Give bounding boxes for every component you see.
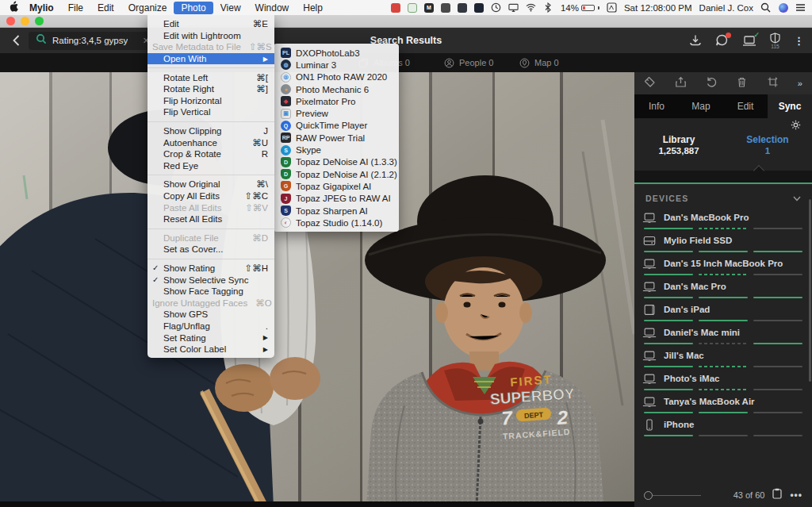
airplay-icon[interactable]	[508, 2, 519, 13]
open-with-item-pixelmator-pro[interactable]: ◆Pixelmator Pro	[274, 95, 399, 107]
menu-item-copy-all-edits[interactable]: Copy All Edits⇧⌘C	[147, 190, 274, 202]
thumbnail-size-slider[interactable]	[644, 490, 701, 500]
toolbar-more-icon[interactable]: ⋮	[794, 39, 804, 43]
wifi-icon[interactable]	[526, 2, 536, 13]
status-app-icon-4[interactable]	[441, 3, 450, 13]
sidebar-scrollbar[interactable]	[809, 199, 811, 382]
menu-item-rotate-right[interactable]: Rotate Right⌘]	[147, 83, 274, 95]
close-window-button[interactable]	[6, 17, 15, 25]
menu-item-set-as-cover[interactable]: Set as Cover...	[147, 244, 274, 255]
menu-item-flip-vertical[interactable]: Flip Vertical	[147, 106, 274, 118]
menu-item-open-with[interactable]: Open With▶	[147, 53, 274, 65]
trash-icon[interactable]	[736, 76, 748, 91]
menu-item-edit-with-lightroom[interactable]: Edit with Lightroom	[147, 30, 274, 42]
menubar-item-file[interactable]: File	[61, 2, 90, 14]
sidebar-tab-edit[interactable]: Edit	[723, 94, 768, 118]
menu-item-show-clipping[interactable]: Show ClippingJ	[147, 125, 274, 137]
open-with-item-topaz-gigapixel-ai[interactable]: GTopaz Gigapixel AI	[274, 180, 399, 192]
clipboard-icon[interactable]	[772, 488, 782, 502]
siri-icon[interactable]	[778, 2, 788, 13]
sidebar-tab-info[interactable]: Info	[634, 94, 679, 118]
open-with-item-topaz-jpeg-to-raw-ai[interactable]: JTopaz JPEG to RAW AI	[274, 193, 399, 205]
menu-item-show-face-tagging[interactable]: Show Face Tagging	[147, 286, 274, 298]
menubar-item-organize[interactable]: Organize	[121, 2, 174, 14]
share-icon[interactable]	[675, 76, 687, 91]
devices-status-icon[interactable]: ✓	[742, 35, 756, 47]
device-row-dan-s-15-inch-macbook-pro[interactable]: Dan's 15 Inch MacBook Pro	[634, 252, 812, 275]
battery-indicator[interactable]: 14%	[561, 3, 599, 13]
device-row-dan-s-macbook-pro[interactable]: Dan's MacBook Pro	[634, 206, 812, 229]
tab-map-0[interactable]: Map 0	[519, 53, 559, 72]
device-row-photo-s-imac[interactable]: Photo's iMac	[634, 367, 812, 390]
menubar-clock[interactable]: Sat 12:08:00 PM	[624, 3, 692, 13]
device-row-daniel-s-mac-mini[interactable]: Daniel's Mac mini	[634, 321, 812, 344]
menu-item-show-selective-sync[interactable]: ✓Show Selective Sync	[147, 274, 274, 286]
menu-item-show-original[interactable]: Show Original⌘\	[147, 179, 274, 190]
device-row-jill-s-mac[interactable]: Jill's Mac	[634, 344, 812, 367]
selection-toggle[interactable]: Selection 1	[723, 134, 812, 166]
sync-settings-gear-icon[interactable]	[791, 119, 801, 133]
open-with-item-luminar-3[interactable]: ◍Luminar 3	[274, 59, 399, 71]
menu-item-rotate-left[interactable]: Rotate Left⌘[	[147, 71, 274, 83]
status-app-icon-6[interactable]	[474, 3, 484, 13]
menu-item-show-rating[interactable]: ✓Show Rating⇧⌘H	[147, 263, 274, 275]
device-row-dan-s-ipad[interactable]: Dan's iPad	[634, 298, 812, 321]
sidebar-tab-sync[interactable]: Sync	[768, 94, 812, 118]
menu-item-set-color-label[interactable]: Set Color Label▶	[147, 344, 274, 355]
open-with-item-quicktime-player[interactable]: QQuickTime Player	[274, 120, 399, 132]
menu-item-autoenhance[interactable]: Autoenhance⌘U	[147, 136, 274, 148]
expand-panel-icon[interactable]: »	[798, 79, 802, 88]
device-row-dan-s-mac-pro[interactable]: Dan's Mac Pro	[634, 275, 812, 298]
input-source-icon[interactable]	[607, 2, 617, 13]
open-with-item-preview[interactable]: ▣Preview	[274, 107, 399, 119]
menu-item-edit[interactable]: Edit⌘E	[147, 18, 274, 30]
spotlight-icon[interactable]	[760, 2, 771, 13]
menubar-user[interactable]: Daniel J. Cox	[699, 3, 753, 13]
menu-item-red-eye[interactable]: Red Eye	[147, 160, 274, 172]
menubar-item-view[interactable]: View	[213, 2, 248, 14]
open-with-item-on1-photo-raw-2020[interactable]: ◎ON1 Photo RAW 2020	[274, 71, 399, 83]
sidebar-tab-map[interactable]: Map	[679, 94, 723, 118]
search-input[interactable]: Rating:3,4,5 gypsy ✕	[29, 32, 157, 50]
menubar-item-edit[interactable]: Edit	[90, 2, 121, 14]
open-with-item-topaz-studio-1-14-0[interactable]: ◐Topaz Studio (1.14.0)	[274, 217, 399, 229]
menu-item-crop-rotate[interactable]: Crop & RotateR	[147, 148, 274, 160]
menubar-app-name[interactable]: Mylio	[22, 2, 61, 14]
open-with-item-topaz-denoise-ai-2-1-2[interactable]: DTopaz DeNoise AI (2.1.2)	[274, 168, 399, 180]
notifications-icon[interactable]	[715, 34, 729, 47]
menubar-item-window[interactable]: Window	[248, 2, 297, 14]
open-with-item-skype[interactable]: SSkype	[274, 144, 399, 156]
device-row-tanya-s-macbook-air[interactable]: Tanya's MacBook Air	[634, 390, 812, 413]
tag-icon[interactable]	[644, 76, 656, 91]
vault-shield-icon[interactable]: 115	[770, 33, 780, 49]
library-toggle[interactable]: Library 1,253,887	[634, 134, 723, 166]
menu-item-reset-all-edits[interactable]: Reset All Edits	[147, 213, 274, 225]
status-app-icon-1[interactable]	[391, 3, 400, 13]
menu-item-flag-unflag[interactable]: Flag/Unflag.	[147, 321, 274, 332]
slider-knob[interactable]	[644, 491, 653, 500]
back-button[interactable]	[8, 33, 24, 48]
open-with-item-raw-power-trial[interactable]: RPRAW Power Trial	[274, 132, 399, 144]
device-row-iphone[interactable]: iPhone	[634, 413, 812, 436]
time-machine-icon[interactable]	[491, 2, 501, 13]
menubar-item-photo[interactable]: Photo	[174, 2, 213, 14]
crop-rotate-icon[interactable]	[767, 76, 779, 91]
more-options-icon[interactable]: •••	[790, 490, 802, 501]
status-app-icon-3[interactable]: M	[424, 3, 434, 13]
menu-item-flip-horizontal[interactable]: Flip Horizontal	[147, 95, 274, 107]
open-with-item-topaz-denoise-ai-1-3-3[interactable]: DTopaz DeNoise AI (1.3.3)	[274, 156, 399, 168]
undo-icon[interactable]	[706, 76, 718, 91]
device-row-mylio-field-ssd[interactable]: Mylio Field SSD	[634, 229, 812, 252]
status-app-icon-5[interactable]	[458, 3, 467, 13]
apple-menu-icon[interactable]	[6, 1, 22, 14]
menu-item-show-gps[interactable]: Show GPS	[147, 309, 274, 321]
devices-collapse-chevron-icon[interactable]	[793, 194, 801, 203]
open-with-item-topaz-sharpen-ai[interactable]: STopaz Sharpen AI	[274, 205, 399, 217]
open-with-item-photo-mechanic-6[interactable]: ●Photo Mechanic 6	[274, 83, 399, 95]
minimize-window-button[interactable]	[21, 17, 29, 25]
import-icon[interactable]	[689, 34, 702, 47]
menu-item-set-rating[interactable]: Set Rating▶	[147, 332, 274, 344]
notification-center-icon[interactable]	[795, 2, 806, 13]
menubar-item-help[interactable]: Help	[296, 2, 330, 14]
bluetooth-icon[interactable]	[543, 2, 553, 13]
